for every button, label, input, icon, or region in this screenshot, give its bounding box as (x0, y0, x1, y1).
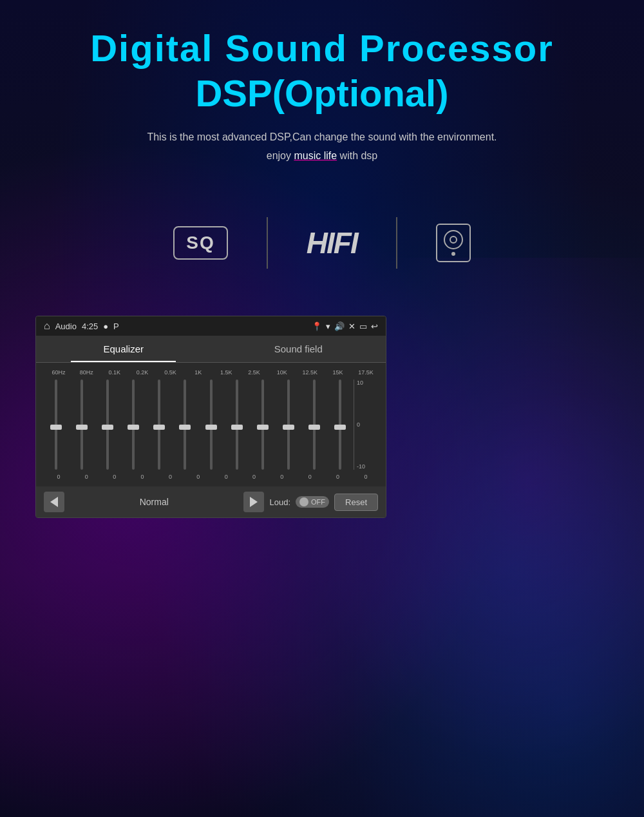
dot-icon: ● (103, 322, 108, 331)
close-icon[interactable]: ✕ (348, 322, 355, 331)
slider-track-60hz[interactable] (55, 380, 57, 470)
sliders-area: 10 0 -10 (44, 380, 378, 470)
main-content: Digital Sound Processor DSP(Optional) Th… (0, 0, 644, 817)
sq-icon-item: SQ (173, 226, 227, 260)
slider-track-10k[interactable] (261, 380, 264, 470)
slider-handle-80hz[interactable] (76, 425, 88, 430)
slider-175k[interactable] (328, 380, 352, 470)
val-15k: 0 (214, 474, 238, 480)
slider-05k[interactable] (147, 380, 171, 470)
freq-125k: 12.5K (298, 369, 322, 376)
slider-handle-15k[interactable] (205, 425, 217, 430)
preset-label: Normal (70, 497, 238, 507)
freq-15k2: 15K (326, 369, 350, 376)
freq-15k: 1.5K (214, 369, 238, 376)
slider-track-1k[interactable] (184, 380, 186, 470)
val-125k: 0 (298, 474, 322, 480)
description-line2: enjoy music life with dsp (0, 147, 644, 166)
slider-handle-125k[interactable] (283, 425, 294, 430)
bottom-controls: Normal Loud: OFF Reset (36, 486, 386, 517)
toggle-circle (299, 497, 308, 506)
prev-button[interactable] (44, 492, 64, 512)
freq-80hz: 80Hz (74, 369, 99, 376)
slider-handle-1k[interactable] (179, 425, 191, 430)
slider-handle-10k[interactable] (257, 425, 269, 430)
divider-1 (267, 217, 268, 269)
slider-handle-60hz[interactable] (50, 425, 62, 430)
slider-125k[interactable] (276, 380, 301, 470)
back-icon[interactable]: ↩ (371, 322, 378, 331)
speaker-outer-ring (444, 230, 463, 249)
val-1k: 0 (186, 474, 211, 480)
home-icon[interactable]: ⌂ (44, 320, 50, 332)
freq-02k: 0.2K (130, 369, 155, 376)
slider-track-25k[interactable] (236, 380, 238, 470)
slider-track-15kB[interactable] (313, 380, 316, 470)
freq-175k: 17.5K (354, 369, 378, 376)
tab-sound-field[interactable]: Sound field (211, 336, 386, 362)
slider-01k[interactable] (95, 380, 120, 470)
slider-handle-05k[interactable] (153, 425, 165, 430)
slider-10k[interactable] (251, 380, 275, 470)
scale-zero: 0 (357, 421, 375, 428)
loud-toggle[interactable]: OFF (296, 496, 329, 508)
slider-handle-15kB[interactable] (308, 425, 320, 430)
ui-screenshot: ⌂ Audio 4:25 ● P 📍 ▾ 🔊 ✕ ▭ ↩ Equalizer S… (35, 316, 386, 518)
slider-handle-175k[interactable] (334, 425, 346, 430)
val-01k: 0 (102, 474, 127, 480)
slider-60hz[interactable] (44, 380, 68, 470)
wifi-icon: ▾ (326, 322, 330, 331)
tab-equalizer[interactable]: Equalizer (36, 336, 211, 362)
slider-80hz[interactable] (70, 380, 94, 470)
prev-arrow-icon (50, 497, 58, 507)
status-icons-group: 📍 ▾ 🔊 ✕ ▭ ↩ (312, 322, 378, 331)
loud-label: Loud: (269, 497, 290, 507)
time-display: 4:25 (82, 322, 98, 331)
val-175k: 0 (354, 474, 378, 480)
eq-scale: 10 0 -10 (354, 380, 378, 470)
slider-track-175k[interactable] (339, 380, 341, 470)
val-05k: 0 (158, 474, 182, 480)
slider-handle-25k[interactable] (231, 425, 243, 430)
description-line1: This is the most advanced DSP,Can change… (0, 128, 644, 147)
slider-15kB[interactable] (302, 380, 327, 470)
p-icon: P (113, 322, 119, 331)
speaker-icon-item (436, 224, 471, 262)
next-button[interactable] (243, 492, 264, 512)
header-section: Digital Sound Processor DSP(Optional) Th… (0, 0, 644, 166)
slider-02k[interactable] (121, 380, 146, 470)
slider-track-15k[interactable] (210, 380, 213, 470)
reset-button[interactable]: Reset (334, 494, 378, 511)
val-80hz: 0 (74, 474, 99, 480)
divider-2 (396, 217, 397, 269)
slider-handle-01k[interactable] (102, 425, 113, 430)
status-bar: ⌂ Audio 4:25 ● P 📍 ▾ 🔊 ✕ ▭ ↩ (36, 316, 386, 336)
next-arrow-icon (250, 497, 258, 507)
frequency-labels: 60Hz 80Hz 0.1K 0.2K 0.5K 1K 1.5K 2.5K 10… (44, 369, 378, 376)
slider-track-125k[interactable] (287, 380, 290, 470)
tabs-row: Equalizer Sound field (36, 336, 386, 363)
slider-track-01k[interactable] (106, 380, 109, 470)
freq-1k: 1K (186, 369, 211, 376)
feature-icons-row: SQ HIFI (0, 198, 644, 288)
location-icon: 📍 (312, 322, 322, 331)
slider-handle-02k[interactable] (128, 425, 139, 430)
slider-15k[interactable] (198, 380, 223, 470)
val-25k: 0 (242, 474, 267, 480)
audio-label: Audio (55, 322, 77, 331)
hifi-icon: HIFI (307, 226, 357, 260)
freq-05k: 0.5K (158, 369, 182, 376)
values-row: 0 0 0 0 0 0 0 0 0 0 0 0 (44, 474, 378, 480)
window-icon[interactable]: ▭ (359, 322, 367, 331)
freq-25k: 2.5K (242, 369, 267, 376)
val-02k: 0 (130, 474, 155, 480)
slider-track-05k[interactable] (158, 380, 160, 470)
scale-top: 10 (357, 380, 375, 386)
slider-track-02k[interactable] (132, 380, 135, 470)
toggle-state: OFF (311, 498, 325, 506)
slider-25k[interactable] (225, 380, 249, 470)
slider-1k[interactable] (173, 380, 197, 470)
slider-track-80hz[interactable] (80, 380, 83, 470)
val-10k: 0 (270, 474, 294, 480)
freq-01k: 0.1K (102, 369, 127, 376)
